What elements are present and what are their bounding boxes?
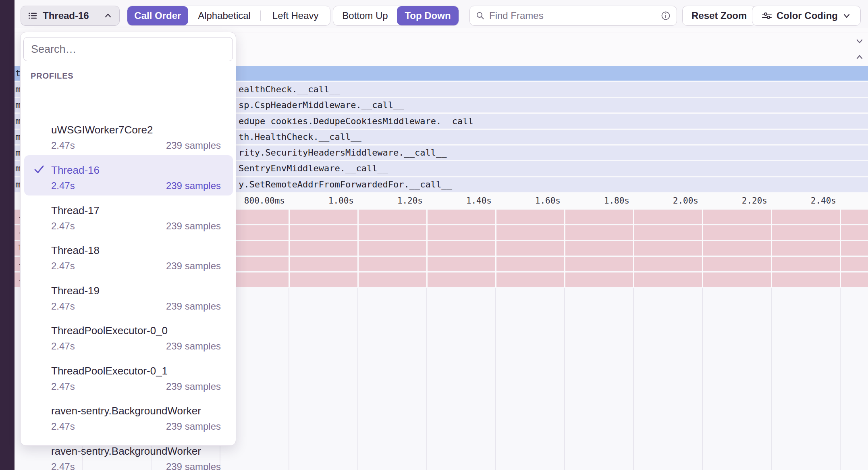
thread-selector-label: Thread-16 (43, 10, 98, 21)
find-frames-search (469, 6, 677, 26)
direction-segmented-control: Bottom Up Top Down (333, 6, 459, 26)
grid-separator (840, 210, 841, 287)
gridline (495, 288, 496, 470)
frame-label: ealthCheck.__call__ (239, 82, 340, 97)
info-icon (660, 10, 671, 21)
profile-name: Thread-16 (51, 164, 221, 177)
gridline (564, 288, 565, 470)
reset-zoom-button[interactable]: Reset Zoom (682, 6, 756, 26)
color-coding-label: Color Coding (777, 10, 838, 21)
time-tick: 1.60s (496, 193, 561, 209)
profile-duration: 2.47s (51, 341, 75, 352)
collapse-minimap-chevron-down-icon[interactable] (854, 36, 865, 46)
tab-call-order[interactable]: Call Order (127, 6, 188, 25)
time-tick: 2.40s (772, 193, 836, 209)
dropdown-item[interactable]: Thread-19 2.47s 239 samples (24, 276, 233, 316)
frame-label: sp.CspHeaderMiddleware.__call__ (239, 98, 404, 112)
reset-zoom-label: Reset Zoom (691, 10, 747, 21)
find-frames-input[interactable] (489, 10, 656, 21)
collapse-flamegraph-chevron-up-icon[interactable] (854, 52, 865, 62)
checkmark-icon (33, 163, 45, 175)
profile-duration: 2.47s (51, 301, 75, 312)
profile-duration: 2.47s (51, 180, 75, 191)
profile-duration: 2.47s (51, 140, 75, 151)
app-sidebar-strip (0, 0, 15, 470)
sliders-icon (761, 10, 772, 21)
gridline (840, 288, 841, 470)
dropdown-item[interactable]: Thread-17 2.47s 239 samples (24, 195, 233, 236)
tab-left-heavy[interactable]: Left Heavy (261, 6, 330, 25)
profile-name: ThreadPoolExecutor-0_0 (51, 324, 221, 337)
gridline (633, 288, 634, 470)
time-tick: 2.20s (703, 193, 767, 209)
dropdown-item-selected[interactable]: Thread-16 2.47s 239 samples (24, 155, 233, 195)
gridline (702, 288, 703, 470)
time-tick: 1.40s (427, 193, 492, 209)
profile-name: Thread-18 (51, 244, 221, 257)
tab-alphabetical[interactable]: Alphabetical (188, 6, 261, 25)
dropdown-item[interactable]: raven-sentry.BackgroundWorker 2.47s 239 … (24, 436, 233, 470)
profile-samples: 239 samples (166, 421, 221, 432)
profile-name: Thread-19 (51, 285, 221, 297)
grid-separator (495, 210, 496, 287)
time-tick: 1.80s (565, 193, 629, 209)
grid-separator (357, 210, 359, 287)
toolbar: Thread-16 Call Order Alphabetical Left H… (15, 0, 868, 28)
frame-label: rity.SecurityHeadersMiddleware.__call__ (239, 146, 447, 160)
thread-selector-button[interactable]: Thread-16 (21, 6, 120, 26)
chevron-up-icon (103, 11, 113, 21)
profile-name: raven-sentry.BackgroundWorker (51, 405, 221, 417)
profile-name: Thread-17 (51, 204, 221, 217)
profile-samples: 239 samples (166, 381, 221, 392)
profiles-section-label: PROFILES (31, 71, 73, 81)
grid-separator (564, 210, 565, 287)
gridline (289, 288, 289, 470)
profiler-flamegraph-view: t m ealthCheck.__call__ m sp.CspHeaderMi… (0, 0, 868, 470)
profile-name: uWSGIWorker7Core2 (51, 124, 221, 136)
time-tick: 1.00s (289, 193, 354, 209)
sort-order-segmented-control: Call Order Alphabetical Left Heavy (127, 6, 330, 26)
frame-label: edupe_cookies.DedupeCookiesMiddleware.__… (239, 114, 484, 129)
profiles-list-icon (27, 10, 38, 21)
grid-separator (289, 210, 290, 287)
tab-bottom-up[interactable]: Bottom Up (333, 6, 397, 25)
profile-samples: 239 samples (166, 220, 221, 232)
profile-samples: 239 samples (166, 341, 221, 352)
profile-duration: 2.47s (51, 381, 75, 392)
frame-label: th.HealthCheck.__call__ (239, 130, 361, 144)
dropdown-item[interactable]: uWSGIWorker7Core2 2.47s 239 samples (24, 115, 233, 155)
profile-duration: 2.47s (51, 220, 75, 232)
profile-samples: 239 samples (166, 301, 221, 312)
dropdown-item[interactable]: Thread-18 2.47s 239 samples (24, 235, 233, 276)
dropdown-item[interactable]: ThreadPoolExecutor-0_1 2.47s 239 samples (24, 356, 233, 396)
dropdown-search-input[interactable] (23, 37, 233, 61)
profile-duration: 2.47s (51, 260, 75, 272)
profile-name: raven-sentry.BackgroundWorker (51, 445, 221, 458)
profile-duration: 2.47s (51, 421, 75, 432)
frame-label: y.SetRemoteAddrFromForwardedFor.__call__ (239, 177, 452, 192)
tab-top-down[interactable]: Top Down (397, 6, 459, 25)
profile-samples: 239 samples (166, 180, 221, 191)
profile-samples: 239 samples (166, 461, 221, 470)
gridline (426, 288, 427, 470)
grid-separator (771, 210, 772, 287)
grid-separator (633, 210, 634, 287)
profile-samples: 239 samples (166, 260, 221, 272)
grid-separator (426, 210, 428, 287)
color-coding-button[interactable]: Color Coding (752, 6, 861, 26)
profile-samples: 239 samples (166, 140, 221, 151)
time-tick: 1.20s (358, 193, 423, 209)
profile-duration: 2.47s (51, 461, 75, 470)
gridline (771, 288, 772, 470)
time-tick: 2.00s (634, 193, 698, 209)
profile-name: ThreadPoolExecutor-0_1 (51, 365, 221, 377)
frame-label: SentryEnvMiddleware.__call__ (239, 161, 388, 176)
grid-separator (702, 210, 703, 287)
search-icon (476, 11, 485, 21)
dropdown-item[interactable]: raven-sentry.BackgroundWorker 2.47s 239 … (24, 396, 233, 436)
gridline (357, 288, 358, 470)
chevron-down-icon (842, 11, 851, 21)
dropdown-item[interactable]: ThreadPoolExecutor-0_0 2.47s 239 samples (24, 316, 233, 356)
thread-dropdown-panel: PROFILES uWSGIWorker7Core2 2.47s 239 sam… (20, 32, 236, 446)
